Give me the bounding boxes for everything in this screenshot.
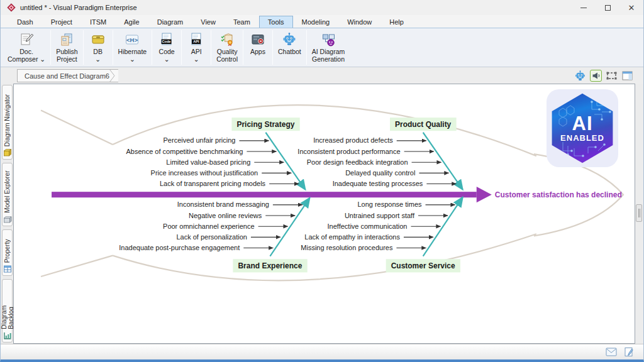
menu-item-diagram[interactable]: Diagram — [148, 16, 192, 28]
fishbone-category-label[interactable]: Product Quality — [395, 120, 452, 129]
sidebar-tab-label: Property — [4, 233, 11, 263]
fishbone-cause-label[interactable]: Inadequate post-purchase engagement — [119, 244, 240, 251]
apps-icon — [250, 31, 266, 48]
toolbar-button-hibernate[interactable]: <H>Hibernate⌄ — [114, 30, 152, 65]
toolbar-button-label: API — [191, 48, 202, 55]
fishbone-cause-label[interactable]: Lack of personalization — [176, 233, 247, 241]
fishbone-cause-label[interactable]: Untrained support staff — [345, 212, 415, 219]
diagram-tab[interactable]: Cause and Effect Diagram6 — [17, 69, 118, 82]
fishbone-spine-arrowhead — [477, 187, 492, 202]
tab-arrow-shape — [109, 69, 119, 82]
fishbone-cause-label[interactable]: Missing resolution procedures — [301, 244, 393, 251]
toolbar-button-ai-diagram-generation[interactable]: AI DiagramGeneration — [308, 30, 350, 65]
chatbot-icon — [281, 31, 297, 48]
menu-item-tools[interactable]: Tools — [259, 16, 293, 28]
fishbone-cause-label[interactable]: Inadequate testing processes — [333, 180, 423, 187]
fishbone-cause-label[interactable]: Price increases without justification — [151, 169, 258, 177]
toolbar-button-label: ⌄ — [194, 55, 199, 63]
toolbar-button-quality-control[interactable]: QualityControl — [212, 30, 242, 65]
fishbone-cause-label[interactable]: Poor omnichannel experience — [163, 222, 255, 230]
svg-text:Code: Code — [162, 40, 171, 43]
menu-item-window[interactable]: Window — [338, 16, 380, 28]
app-window: untitled * - Visual Paradigm Enterprise … — [0, 0, 644, 362]
main-area: Diagram NavigatorModel ExplorerPropertyD… — [1, 84, 643, 344]
fishbone-cause-label[interactable]: Poor design feedback integration — [307, 158, 408, 166]
fishbone-cause-label[interactable]: Inconsistent product performance — [297, 148, 400, 155]
fishbone-cause-label[interactable]: Inconsistent brand messaging — [177, 200, 269, 208]
fishbone-cause-label[interactable]: Long response times — [357, 200, 422, 208]
toolbar-button-api[interactable]: APIAPI⌄ — [182, 30, 210, 65]
menu-item-itsm[interactable]: ITSM — [81, 16, 115, 28]
toolbar-button-label: Doc. — [19, 48, 33, 55]
toolbar-button-apps[interactable]: Apps — [244, 30, 272, 65]
quality-control-icon — [219, 31, 235, 48]
ai-enabled-badge: AI ENABLED — [547, 89, 618, 167]
fishbone-cause-label[interactable]: Negative online reviews — [189, 212, 262, 219]
toolbar-button-chatbot[interactable]: Chatbot — [274, 30, 306, 65]
toolbar-button-db[interactable]: DB⌄ — [84, 30, 112, 65]
panel-collapse-handle[interactable] — [636, 204, 642, 222]
circuit-decoration-icon — [550, 93, 615, 164]
fishbone-svg: Customer satisfaction has declinedPercei… — [14, 84, 635, 343]
fishbone-category-label[interactable]: Pricing Strategy — [236, 120, 294, 129]
menu-item-modeling[interactable]: Modeling — [293, 16, 339, 28]
announcement-icon[interactable] — [590, 70, 602, 82]
fit-to-window-icon[interactable] — [606, 70, 618, 82]
toolbar-button-label: Quality — [217, 48, 238, 55]
chatbot-icon[interactable] — [574, 70, 586, 82]
close-button[interactable]: ✕ — [619, 0, 643, 15]
db-icon — [90, 31, 106, 48]
menu-item-help[interactable]: Help — [380, 16, 413, 28]
toolbar-button-label: Chatbot — [278, 48, 301, 55]
diagram-tab-label: Cause and Effect Diagram6 — [25, 72, 109, 80]
fishbone-root: Customer satisfaction has declinedPercei… — [41, 105, 623, 280]
menu-item-agile[interactable]: Agile — [115, 16, 148, 28]
code-icon: Code — [158, 31, 175, 48]
svg-text:<H>: <H> — [126, 36, 138, 43]
maximize-button[interactable] — [596, 0, 619, 15]
mail-icon[interactable] — [606, 347, 617, 357]
toolbar-separator — [181, 30, 182, 65]
minimize-button[interactable] — [572, 0, 596, 15]
toolbar-button-label: Code — [159, 48, 175, 55]
fishbone-category-label[interactable]: Customer Service — [391, 261, 455, 270]
fishbone-cause-label[interactable]: Lack of transparent pricing models — [160, 180, 266, 187]
fishbone-category-label[interactable]: Brand Experience — [238, 261, 302, 270]
toolbar: Doc.Composer ⌄PublishProjectDB⌄<H>Hibern… — [1, 28, 643, 67]
sidebar-tab-diagram-backlog[interactable]: Diagram Backlog — [2, 279, 13, 343]
fishbone-cause-label[interactable]: Lack of empathy in interactions — [304, 233, 400, 241]
fishbone-bone[interactable] — [265, 133, 305, 190]
sidebar-tab-property[interactable]: Property — [2, 229, 13, 276]
toolbar-button-label: Control — [216, 55, 238, 63]
menu-item-dash[interactable]: Dash — [8, 16, 42, 28]
doc-composer-icon — [18, 31, 35, 48]
fishbone-cause-label[interactable]: Delayed quality control — [345, 169, 415, 177]
sidebar-tab-model-explorer[interactable]: Model Explorer — [2, 163, 13, 226]
toolbar-button-code[interactable]: CodeCode⌄ — [153, 30, 180, 65]
fishbone-cause-label[interactable]: Increased product defects — [313, 136, 393, 144]
fishbone-cause-label[interactable]: Limited value-based pricing — [166, 158, 250, 166]
fishbone-effect-label[interactable]: Customer satisfaction has declined — [495, 190, 622, 199]
toolbar-button-label: Apps — [250, 48, 265, 55]
fishbone-spine[interactable] — [52, 192, 477, 197]
model-explorer-icon — [3, 215, 12, 224]
menu-item-project[interactable]: Project — [42, 16, 81, 28]
toolbar-button-doc-composer[interactable]: Doc.Composer ⌄ — [3, 30, 50, 65]
show-panel-icon[interactable] — [621, 70, 633, 82]
fishbone-bone[interactable] — [423, 133, 463, 190]
fish-body-outline-bottom — [113, 234, 536, 280]
sidebar-tab-diagram-navigator[interactable]: Diagram Navigator — [2, 85, 13, 160]
titlebar: untitled * - Visual Paradigm Enterprise … — [1, 0, 643, 15]
toolbar-button-publish-project[interactable]: PublishProject — [52, 30, 82, 65]
diagram-canvas[interactable]: Customer satisfaction has declinedPercei… — [13, 84, 635, 344]
fishbone-cause-label[interactable]: Ineffective communication — [328, 222, 408, 230]
svg-text:API: API — [193, 40, 199, 43]
edit-icon[interactable] — [623, 347, 635, 357]
sidebar-tab-label: Diagram Navigator — [4, 88, 11, 146]
menu-item-team[interactable]: Team — [225, 16, 259, 28]
toolbar-button-label: Hibernate — [118, 48, 147, 55]
menu-item-view[interactable]: View — [192, 16, 225, 28]
diagram-tabbar: Cause and Effect Diagram6 — [1, 67, 643, 84]
fishbone-cause-label[interactable]: Perceived unfair pricing — [164, 136, 236, 144]
fishbone-cause-label[interactable]: Absence of competitive benchmarking — [126, 148, 243, 155]
